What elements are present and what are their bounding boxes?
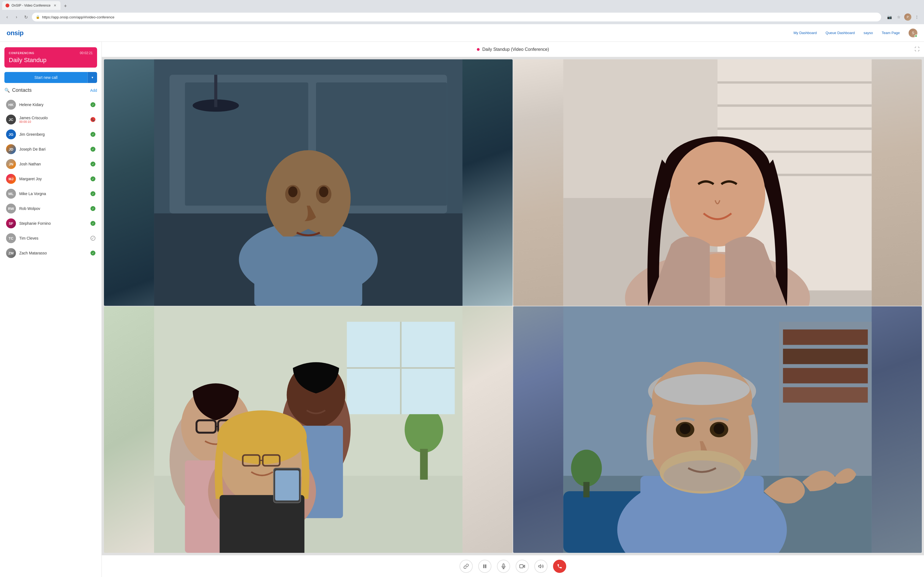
contact-call-time: 00:00:10 — [19, 120, 87, 123]
team-page-link[interactable]: Team Page — [882, 31, 900, 35]
status-online-icon: ✓ — [90, 102, 95, 107]
contact-name: Jim Greenberg — [19, 132, 87, 137]
svg-rect-56 — [783, 349, 867, 364]
video-conference-title: Daily Standup (Video Conference) — [482, 47, 549, 52]
svg-rect-61 — [583, 482, 589, 497]
svg-rect-58 — [783, 387, 867, 403]
contact-info: Helene Kidary — [19, 103, 87, 107]
back-button[interactable]: ‹ — [3, 13, 11, 21]
contacts-header: 🔍 Contacts Add — [5, 87, 97, 93]
pause-button[interactable] — [478, 560, 491, 573]
video-header: Daily Standup (Video Conference) ⛶ — [102, 42, 924, 57]
user-avatar[interactable]: S — [909, 29, 918, 37]
svg-rect-79 — [520, 565, 523, 568]
contact-item[interactable]: TC Tim Cleves ✓ — [5, 231, 97, 245]
link-button[interactable] — [460, 560, 473, 573]
refresh-button[interactable]: ↻ — [22, 13, 30, 21]
camera-button[interactable] — [515, 560, 529, 573]
contact-item[interactable]: JC James Criscuolo 00:00:10 📞 — [5, 112, 97, 127]
svg-point-73 — [664, 461, 741, 491]
contact-avatar: TC — [6, 233, 16, 243]
browser-profile-avatar[interactable]: P — [904, 13, 911, 21]
contact-name: Helene Kidary — [19, 103, 87, 107]
start-new-call-button[interactable]: Start new call — [5, 72, 87, 83]
svg-point-13 — [319, 187, 328, 197]
start-call-container: Start new call ▾ — [5, 72, 97, 83]
browser-chrome: ‹ › ↻ 🔒 https://app.onsip.com/app/#/vide… — [0, 10, 924, 24]
active-tab[interactable]: OnSIP - Video Conference ✕ — [2, 1, 60, 10]
svg-point-67 — [654, 374, 750, 405]
browser-right-controls: 📷 ☆ P ⋮ — [885, 13, 921, 21]
contact-name: Stephanie Fornino — [19, 221, 87, 226]
microphone-button[interactable] — [497, 560, 510, 573]
video-stream-2 — [513, 60, 922, 306]
tab-close-button[interactable]: ✕ — [53, 3, 57, 8]
conferencing-card: CONFERENCING 00:02:21 Daily Standup — [5, 47, 97, 68]
contact-item[interactable]: ZM Zach Matarasso ✓ — [5, 246, 97, 260]
url-text: https://app.onsip.com/app/#/video-confer… — [42, 15, 115, 19]
conferencing-title: Daily Standup — [9, 56, 93, 64]
svg-point-71 — [714, 424, 724, 434]
volume-button[interactable] — [534, 560, 548, 573]
username-link[interactable]: sayso — [864, 31, 873, 35]
calling-icon: 📞 — [90, 117, 95, 122]
contact-item[interactable]: HK Helene Kidary ✓ — [5, 98, 97, 112]
contact-info: Zach Matarasso — [19, 251, 87, 255]
contact-item[interactable]: SF Stephanie Fornino ✓ — [5, 216, 97, 230]
contact-item[interactable]: MJ Margaret Joy ✓ — [5, 172, 97, 186]
svg-rect-75 — [485, 564, 486, 568]
video-grid — [102, 57, 924, 555]
bookmark-button[interactable]: ☆ — [895, 13, 903, 21]
contact-info: Rob Wolpov — [19, 206, 87, 211]
contact-avatar: ML — [6, 189, 16, 199]
contact-info: Joseph De Bari — [19, 147, 87, 152]
contact-name: Joseph De Bari — [19, 147, 87, 152]
contact-avatar: HK — [6, 100, 16, 110]
tab-bar: OnSIP - Video Conference ✕ + — [0, 0, 924, 10]
contact-name: Zach Matarasso — [19, 251, 87, 255]
queue-dashboard-link[interactable]: Queue Dashboard — [825, 31, 855, 35]
status-online-icon: ✓ — [90, 147, 95, 152]
new-tab-button[interactable]: + — [61, 2, 69, 10]
contacts-title: Contacts — [12, 87, 32, 93]
video-cell-1 — [104, 60, 513, 306]
contact-info: Stephanie Fornino — [19, 221, 87, 226]
contact-name: Mike La Vorgna — [19, 192, 87, 196]
logo-text: onsip — [6, 29, 24, 37]
lock-icon: 🔒 — [36, 15, 40, 19]
conferencing-header: CONFERENCING 00:02:21 — [9, 51, 93, 55]
online-status-dot — [915, 35, 918, 37]
contacts-left: 🔍 Contacts — [5, 87, 32, 93]
status-online-icon: ✓ — [90, 236, 95, 241]
live-indicator-dot — [477, 48, 480, 51]
cast-button[interactable]: 📷 — [885, 13, 893, 21]
contact-item[interactable]: JN Josh Nathan ✓ — [5, 157, 97, 171]
forward-button[interactable]: › — [13, 13, 20, 21]
menu-button[interactable]: ⋮ — [913, 13, 921, 21]
svg-rect-6 — [214, 75, 217, 107]
svg-point-60 — [571, 450, 602, 487]
tab-title: OnSIP - Video Conference — [11, 3, 51, 7]
start-call-dropdown-button[interactable]: ▾ — [87, 72, 97, 83]
contact-avatar: SF — [6, 218, 16, 228]
contact-avatar: RW — [6, 204, 16, 213]
status-online-icon: ✓ — [90, 251, 95, 256]
address-bar[interactable]: 🔒 https://app.onsip.com/app/#/video-conf… — [32, 13, 881, 21]
contact-item[interactable]: JG Jim Greenberg ✓ — [5, 127, 97, 142]
avatar-initial: S — [912, 31, 914, 35]
fullscreen-button[interactable]: ⛶ — [915, 47, 919, 52]
search-icon[interactable]: 🔍 — [5, 88, 10, 93]
add-contact-link[interactable]: Add — [90, 88, 97, 93]
contact-item[interactable]: RW Rob Wolpov ✓ — [5, 201, 97, 216]
end-call-button[interactable] — [553, 560, 566, 573]
status-online-icon: ✓ — [90, 221, 95, 226]
svg-marker-80 — [539, 565, 541, 568]
conferencing-label: CONFERENCING — [9, 52, 34, 55]
contact-name: Tim Cleves — [19, 236, 87, 240]
my-dashboard-link[interactable]: My Dashboard — [793, 31, 817, 35]
contact-item[interactable]: JD Joseph De Bari ✓ — [5, 142, 97, 156]
contact-avatar: JN — [6, 159, 16, 169]
contact-item[interactable]: ML Mike La Vorgna ✓ — [5, 187, 97, 201]
contact-info: Mike La Vorgna — [19, 192, 87, 196]
video-cell-2 — [513, 60, 922, 306]
